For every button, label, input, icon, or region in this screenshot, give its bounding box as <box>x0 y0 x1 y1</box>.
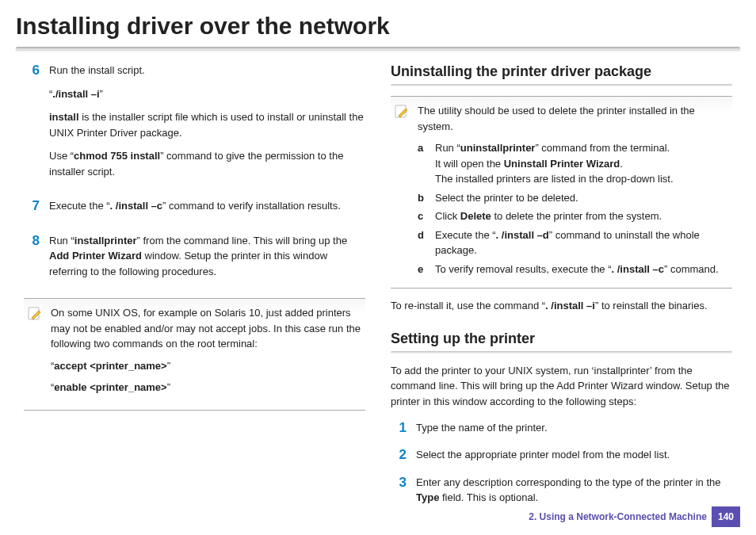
footer-page-number: 140 <box>712 506 740 527</box>
numbered-step: 1Type the name of the printer. <box>391 420 732 436</box>
step-letter: b <box>418 190 429 206</box>
step-text: Type the name of the printer. <box>416 420 732 436</box>
footer-chapter: 2. Using a Network-Connected Machine <box>529 506 707 527</box>
note-text: “enable <printer_name>” <box>51 380 362 396</box>
lettered-step: aRun “uninstallprinter” command from the… <box>418 140 729 187</box>
setup-intro: To add the printer to your UNIX system, … <box>391 363 732 410</box>
note-text: The utility should be used to delete the… <box>418 103 729 134</box>
page-footer: 2. Using a Network-Connected Machine 140 <box>529 506 740 527</box>
numbered-step: 3Enter any description corresponding to … <box>391 475 732 506</box>
pencil-note-icon <box>394 103 410 119</box>
note-text: “accept <printer_name>” <box>51 358 362 374</box>
numbered-step: 2Select the appropriate printer model fr… <box>391 447 732 463</box>
sub-rule <box>391 351 732 353</box>
step-letter: d <box>418 227 429 258</box>
step-number: 8 <box>24 233 40 288</box>
step-text: Run “installprinter” from the command li… <box>49 233 365 280</box>
step-body: Run “installprinter” from the command li… <box>49 233 365 288</box>
step-letter: a <box>418 140 429 187</box>
step-number: 7 <box>24 198 40 222</box>
step-number: 1 <box>391 420 407 436</box>
step-text: Use “chmod 755 install” command to give … <box>49 148 365 179</box>
right-column: Uninstalling the printer driver package … <box>391 58 732 517</box>
step-text: “./install –i” <box>49 86 365 102</box>
numbered-step: 7Execute the “. /install –c” command to … <box>24 198 365 222</box>
step-number: 6 <box>24 63 40 187</box>
step-text: Execute the “. /install –d” command to u… <box>435 227 729 258</box>
step-text: Enter any description corresponding to t… <box>416 475 732 506</box>
subheading-setup: Setting up the printer <box>391 328 732 350</box>
step-text: install is the installer script file whi… <box>49 109 365 140</box>
title-rule <box>16 47 740 50</box>
numbered-step: 8Run “installprinter” from the command l… <box>24 233 365 288</box>
subheading-uninstall: Uninstalling the printer driver package <box>391 61 732 82</box>
pencil-note-icon <box>27 305 43 321</box>
note-box-uninstall: The utility should be used to delete the… <box>391 96 732 289</box>
step-text: Select the printer to be deleted. <box>435 190 729 206</box>
numbered-step: 6Run the install script.“./install –i”in… <box>24 63 365 187</box>
sub-rule <box>391 84 732 86</box>
step-body: Execute the “. /install –c” command to v… <box>49 198 365 222</box>
step-letter: e <box>418 262 429 277</box>
step-text: Select the appropriate printer model fro… <box>416 447 732 463</box>
step-body: Run the install script.“./install –i”ins… <box>49 63 365 187</box>
reinstall-text: To re-install it, use the command “. /in… <box>391 298 732 314</box>
step-letter: c <box>418 208 429 224</box>
page-title: Installing driver over the network <box>0 0 756 47</box>
note-box: On some UNIX OS, for example on Solaris … <box>24 298 365 411</box>
step-text: Click Delete to delete the printer from … <box>435 208 729 224</box>
step-text: To verify removal results, execute the “… <box>435 262 729 277</box>
lettered-step: eTo verify removal results, execute the … <box>418 262 729 277</box>
step-number: 3 <box>391 475 407 506</box>
step-text: Run the install script. <box>49 63 365 78</box>
note-text: On some UNIX OS, for example on Solaris … <box>51 305 362 352</box>
step-number: 2 <box>391 447 407 463</box>
step-text: Execute the “. /install –c” command to v… <box>49 198 365 214</box>
step-text: Run “uninstallprinter” command from the … <box>435 140 729 187</box>
lettered-step: bSelect the printer to be deleted. <box>418 190 729 206</box>
lettered-step: cClick Delete to delete the printer from… <box>418 208 729 224</box>
lettered-step: dExecute the “. /install –d” command to … <box>418 227 729 258</box>
left-column: 6Run the install script.“./install –i”in… <box>24 58 365 517</box>
